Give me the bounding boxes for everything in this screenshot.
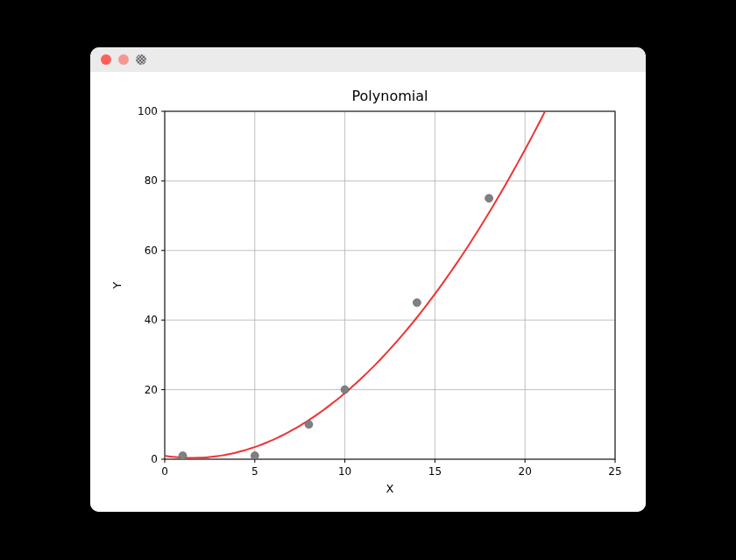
x-tick-label: 0 (161, 465, 168, 478)
minimize-icon[interactable] (118, 54, 129, 65)
x-ticks: 0510152025 (161, 459, 621, 478)
y-ticks: 020406080100 (138, 105, 165, 465)
data-point (341, 386, 349, 393)
data-point (413, 299, 421, 307)
x-tick-label: 10 (338, 465, 351, 478)
chart-title: Polynomial (352, 88, 428, 104)
y-axis-label: Y (110, 281, 124, 289)
y-tick-label: 80 (145, 174, 158, 187)
close-icon[interactable] (101, 54, 111, 65)
data-point (179, 452, 187, 460)
x-tick-label: 5 (251, 465, 258, 478)
polynomial-fit-line (165, 72, 615, 457)
titlebar (90, 47, 646, 73)
x-axis-label: X (386, 482, 394, 495)
y-tick-label: 60 (145, 245, 158, 257)
x-tick-label: 20 (519, 465, 532, 478)
axes-frame (165, 111, 615, 459)
data-point (305, 421, 313, 429)
x-tick-label: 15 (428, 465, 442, 478)
y-tick-label: 40 (145, 314, 158, 326)
y-tick-label: 20 (145, 384, 158, 396)
app-window: Polynomial 0510152025 020406080100 X Y (90, 47, 646, 512)
chart-svg: Polynomial 0510152025 020406080100 X Y (90, 72, 646, 512)
x-tick-label: 25 (608, 465, 621, 478)
grid (165, 111, 615, 459)
y-tick-label: 100 (138, 105, 158, 117)
zoom-icon[interactable] (136, 54, 146, 65)
axes-spines (165, 111, 615, 459)
data-point (251, 452, 258, 460)
data-point (485, 195, 493, 202)
plot-area: Polynomial 0510152025 020406080100 X Y (90, 72, 646, 512)
y-tick-label: 0 (151, 453, 158, 465)
scatter-points (179, 195, 493, 460)
